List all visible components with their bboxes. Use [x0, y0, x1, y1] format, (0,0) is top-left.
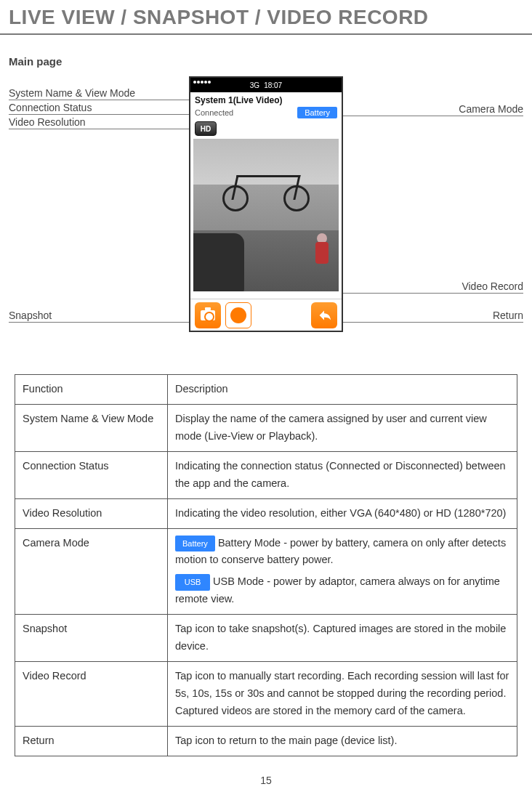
cell-function: Video Record [15, 662, 168, 727]
table-row: Camera Mode Battery Battery Mode - power… [15, 528, 517, 615]
status-network: 3G [250, 81, 259, 89]
person-illustration [313, 233, 331, 277]
subheading: Main page [9, 55, 532, 68]
camera-icon [201, 310, 215, 320]
return-button[interactable] [311, 302, 337, 328]
cell-description: Battery Battery Mode - power by battery,… [168, 528, 517, 615]
table-row: System Name & View Mode Display the name… [15, 404, 517, 451]
phone-mock: 3G 18:07 System 1(Live Video) Connected … [189, 76, 343, 332]
page-number: 15 [0, 775, 532, 786]
cell-description: Indicating the video resolution, either … [168, 498, 517, 528]
page-title: LIVE VIEW / SNAPSHOT / VIDEO RECORD [0, 0, 532, 35]
status-time: 18:07 [264, 81, 282, 89]
cell-function: System Name & View Mode [15, 404, 168, 451]
table-row: Snapshot Tap icon to take snapshot(s). C… [15, 615, 517, 662]
cell-function: Return [15, 726, 168, 756]
table-header-row: Function Description [15, 375, 517, 405]
cell-function: Video Resolution [15, 498, 168, 528]
cell-description: Display the name of the camera assigned … [168, 404, 517, 451]
callout-camera-mode: Camera Mode [343, 102, 523, 116]
hd-badge-icon: HD [195, 121, 217, 136]
live-video-preview[interactable] [193, 139, 339, 291]
cell-description: Tap icon to take snapshot(s). Captured i… [168, 615, 517, 662]
return-arrow-icon [316, 307, 332, 323]
callout-connection-status: Connection Status [9, 101, 189, 115]
cell-description: Indicating the connection status (Connec… [168, 451, 517, 498]
header-description: Description [168, 375, 517, 405]
system-name-line: System 1(Live Video) [190, 92, 342, 105]
bike-illustration [222, 168, 310, 211]
phone-status-bar: 3G 18:07 [190, 78, 342, 92]
callout-video-record: Video Record [343, 280, 523, 294]
car-illustration [193, 233, 244, 291]
table-row: Return Tap icon to return to the main pa… [15, 726, 517, 756]
cell-description: Tap icon to return to the main page (dev… [168, 726, 517, 756]
callout-snapshot: Snapshot [9, 309, 189, 323]
battery-desc: Battery Mode - power by battery, camera … [175, 537, 506, 566]
cell-function: Connection Status [15, 451, 168, 498]
header-function: Function [15, 375, 168, 405]
signal-dots-icon [193, 81, 211, 84]
usb-desc: USB Mode - power by adaptor, camera alwa… [175, 575, 500, 605]
function-table: Function Description System Name & View … [15, 374, 517, 756]
cell-function: Snapshot [15, 615, 168, 662]
cell-function: Camera Mode [15, 528, 168, 615]
record-icon [230, 307, 246, 323]
record-button[interactable] [225, 302, 251, 328]
callout-video-resolution: Video Resolution [9, 116, 189, 129]
callout-return: Return [343, 309, 523, 323]
table-row: Connection Status Indicating the connect… [15, 451, 517, 498]
camera-mode-badge[interactable]: Battery [297, 107, 337, 118]
table-row: Video Record Tap icon to manually start … [15, 662, 517, 727]
callout-system-name: System Name & View Mode [9, 86, 189, 100]
usb-tag: USB [175, 574, 210, 590]
battery-tag: Battery [175, 536, 215, 551]
connection-line: Connected Battery [190, 105, 342, 120]
table-row: Video Resolution Indicating the video re… [15, 498, 517, 528]
snapshot-button[interactable] [195, 302, 221, 328]
cell-description: Tap icon to manually start recording. Ea… [168, 662, 517, 727]
diagram-area: System Name & View Mode Connection Statu… [9, 76, 523, 352]
phone-bottom-toolbar [190, 299, 342, 331]
connection-status-text: Connected [195, 108, 233, 117]
